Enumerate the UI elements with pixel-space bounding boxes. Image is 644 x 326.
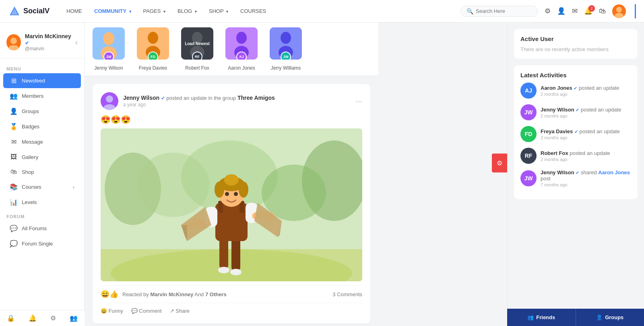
friends-icon: 👥 bbox=[527, 314, 534, 320]
sidebar-item-levels[interactable]: 📊 Levels bbox=[3, 195, 81, 210]
post-time: a year ago bbox=[123, 102, 351, 107]
search-icon: 🔍 bbox=[466, 8, 473, 14]
sidebar-item-newsfeed[interactable]: ⊞ Newsfeed bbox=[3, 73, 81, 88]
members-icon: 👥 bbox=[10, 92, 18, 100]
story-robert[interactable]: Load Newest RF Robert Fox bbox=[181, 27, 213, 71]
story-avatar-jerry: JW bbox=[281, 52, 291, 60]
sidebar-lock-icon[interactable]: 🔒 bbox=[7, 314, 15, 322]
activity-item-jenny2: JW Jenny Wilson ✔ shared Aaron Jones pos… bbox=[520, 169, 631, 187]
courses-icon: 📚 bbox=[10, 183, 18, 191]
svg-point-33 bbox=[218, 267, 229, 273]
sidebar-item-all-forums[interactable]: 💬 All Forums bbox=[3, 221, 81, 236]
activity-avatar-jenny1: JW bbox=[520, 104, 537, 120]
story-aaron[interactable]: AJ Aaron Jones bbox=[225, 27, 258, 71]
sidebar-item-members[interactable]: 👥 Members bbox=[3, 89, 81, 103]
nav-blog[interactable]: BLOG ▾ bbox=[173, 6, 202, 17]
post-meta: Jenny Wilson ✔ posted an update in the g… bbox=[123, 95, 351, 107]
post-more-btn[interactable]: ··· bbox=[355, 97, 362, 106]
post-author-verified: ✔ bbox=[161, 95, 166, 101]
post-reactions: 😄👍 Reacted by Marvin McKinney And 7 Othe… bbox=[101, 285, 362, 303]
stories-bar: JW Jenny Wilson FD Freya Davies bbox=[85, 23, 378, 76]
notification-nav-icon[interactable]: 🔔 2 bbox=[584, 7, 592, 15]
all-forums-icon: 💬 bbox=[10, 225, 18, 232]
sidebar-label-shop: Shop bbox=[22, 169, 34, 175]
courses-arrow-icon: › bbox=[73, 185, 74, 190]
svg-point-46 bbox=[215, 182, 224, 198]
svg-point-27 bbox=[137, 153, 209, 217]
svg-rect-31 bbox=[219, 237, 228, 269]
reaction-text: Reacted by Marvin McKinney And 7 Others bbox=[122, 291, 227, 297]
activity-text-freya: Freya Davies ✔ posted an update 2 months… bbox=[541, 128, 631, 140]
cart-nav-icon[interactable]: 🛍 bbox=[599, 7, 606, 15]
sidebar-item-badges[interactable]: 🏅 Badges bbox=[3, 119, 81, 134]
story-jenny[interactable]: JW Jenny Wilson bbox=[93, 27, 125, 71]
svg-point-21 bbox=[106, 95, 113, 103]
sidebar-settings-icon[interactable]: ⚙ bbox=[50, 314, 56, 322]
sidebar-label-courses: Courses bbox=[22, 184, 41, 190]
floating-settings-btn[interactable]: ⚙ bbox=[492, 154, 507, 173]
story-avatar-jenny: JW bbox=[103, 52, 114, 60]
sidebar-bottom-bar: 🔒 🔔 ⚙ 👥 bbox=[0, 310, 85, 326]
post-group-name: Three Amigos bbox=[237, 95, 275, 101]
story-name-jenny: Jenny Wilson bbox=[94, 65, 123, 71]
levels-icon: 📊 bbox=[10, 198, 18, 206]
sidebar-item-gallery[interactable]: 🖼 Gallery bbox=[3, 150, 81, 164]
sidebar-bell-icon[interactable]: 🔔 bbox=[29, 314, 37, 322]
story-thumb-robert: Load Newest RF bbox=[181, 27, 213, 60]
nav-home[interactable]: HOME bbox=[62, 6, 87, 17]
sidebar-user-info: Marvin McKinney ✔ @marvin bbox=[25, 33, 71, 52]
post-image-svg bbox=[101, 128, 362, 281]
sidebar-item-courses[interactable]: 📚 Courses › bbox=[3, 180, 81, 194]
groups-icon: 👤 bbox=[596, 314, 603, 320]
svg-point-3 bbox=[615, 13, 623, 18]
nav-courses[interactable]: COURSES bbox=[235, 6, 271, 17]
people-nav-icon[interactable]: 👤 bbox=[557, 7, 566, 15]
post-author-line: Jenny Wilson ✔ posted an update in the g… bbox=[123, 95, 351, 101]
friends-bar-btn[interactable]: 👥 Friends bbox=[507, 309, 576, 326]
activity-text-robert: Robert Fox posted an update 2 months ago bbox=[541, 150, 631, 162]
post-author-avatar bbox=[101, 92, 118, 110]
user-avatar[interactable] bbox=[612, 4, 626, 18]
svg-point-22 bbox=[104, 104, 115, 110]
story-jerry[interactable]: JW Jerry Williams bbox=[270, 27, 302, 71]
sidebar-item-shop[interactable]: 🛍 Shop bbox=[3, 165, 81, 179]
story-name-robert: Robert Fox bbox=[185, 65, 209, 71]
story-thumb-aaron: AJ bbox=[225, 27, 258, 60]
shop-icon: 🛍 bbox=[10, 168, 18, 175]
comment-btn[interactable]: 💬 Comment bbox=[131, 306, 162, 316]
groups-icon: 👤 bbox=[10, 107, 18, 115]
nav-shop[interactable]: SHOP ▾ bbox=[204, 6, 233, 17]
logo[interactable]: SocialV bbox=[8, 5, 50, 18]
left-sidebar: Marvin McKinney ✔ @marvin ‹ MENU ⊞ Newsf… bbox=[0, 23, 85, 326]
story-thumb-jenny: JW bbox=[93, 27, 125, 60]
svg-point-4 bbox=[10, 37, 17, 44]
settings-nav-icon[interactable]: ⚙ bbox=[545, 7, 551, 15]
funny-btn[interactable]: 😄 Funny bbox=[101, 306, 123, 316]
story-freya[interactable]: FD Freya Davies bbox=[137, 27, 169, 71]
sidebar-label-gallery: Gallery bbox=[22, 154, 38, 160]
active-user-empty: There are no recently active members bbox=[520, 46, 631, 52]
nav-community[interactable]: COMMUNITY ▾ bbox=[89, 6, 136, 17]
groups-bar-btn[interactable]: 👤 Groups bbox=[576, 309, 644, 326]
load-newest-label: Load Newest bbox=[184, 40, 211, 47]
mail-nav-icon[interactable]: ✉ bbox=[572, 7, 578, 15]
share-btn[interactable]: ↗ Share bbox=[170, 306, 190, 316]
sidebar-user: Marvin McKinney ✔ @marvin ‹ bbox=[0, 29, 84, 58]
activity-avatar-aaron: AJ bbox=[520, 83, 537, 99]
story-avatar-aaron: AJ bbox=[236, 52, 247, 60]
story-name-freya: Freya Davies bbox=[139, 65, 167, 71]
svg-point-5 bbox=[8, 45, 19, 50]
svg-point-48 bbox=[224, 174, 239, 186]
notification-badge: 2 bbox=[588, 5, 595, 12]
sidebar-users-icon[interactable]: 👥 bbox=[70, 314, 78, 322]
sidebar-collapse-btn[interactable]: ‹ bbox=[75, 38, 78, 47]
sidebar-label-newsfeed: Newsfeed bbox=[22, 78, 45, 84]
sidebar-handle: @marvin bbox=[25, 46, 71, 52]
nav-pages[interactable]: PAGES ▾ bbox=[138, 6, 170, 17]
search-input[interactable] bbox=[476, 8, 532, 14]
sidebar-item-groups[interactable]: 👤 Groups bbox=[3, 104, 81, 119]
sidebar-item-forum-single[interactable]: 💭 Forum Single bbox=[3, 236, 81, 251]
sidebar-item-message[interactable]: ✉ Message bbox=[3, 134, 81, 149]
sidebar-label-forum-single: Forum Single bbox=[22, 241, 53, 247]
activity-avatar-robert: RF bbox=[520, 148, 537, 164]
